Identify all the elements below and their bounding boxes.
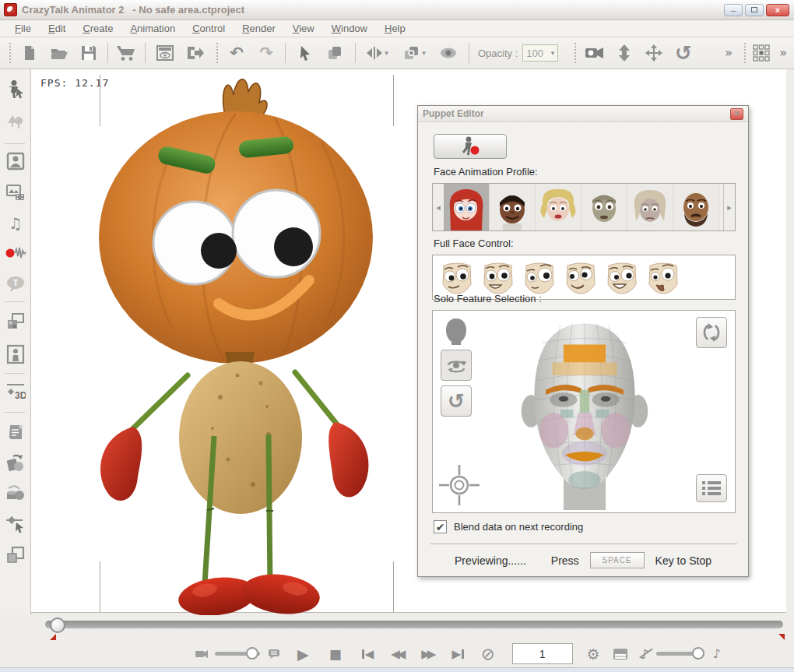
group-objects-button[interactable]: [5, 544, 26, 566]
range-end-marker[interactable]: [778, 634, 785, 640]
composer-button[interactable]: [5, 311, 26, 332]
full-face-thumb-5[interactable]: [604, 259, 640, 295]
puppet-record-button[interactable]: [434, 134, 507, 159]
face-profile-thumb-older-woman[interactable]: [627, 184, 673, 230]
face-feature-head-model[interactable]: [503, 315, 666, 510]
solo-feature-selection-box[interactable]: ↺: [432, 310, 736, 513]
character-onion-potato[interactable]: [72, 70, 399, 615]
render-quality-button[interactable]: [613, 648, 628, 660]
range-start-marker[interactable]: [50, 634, 56, 640]
profile-scroll-left-button[interactable]: ◂: [433, 184, 444, 230]
open-project-button[interactable]: [47, 41, 72, 65]
script-button[interactable]: [5, 421, 26, 443]
transform-button[interactable]: [5, 452, 26, 474]
new-project-button[interactable]: [17, 41, 42, 65]
full-face-thumb-3[interactable]: [522, 259, 557, 295]
3d-view-button[interactable]: 3D: [5, 381, 26, 403]
face-profile-thumb-girl[interactable]: [444, 184, 490, 230]
content-store-button[interactable]: [114, 41, 139, 65]
camera-zoom-knob[interactable]: [246, 647, 258, 660]
undo-button[interactable]: ↶: [224, 41, 249, 65]
go-to-end-button[interactable]: ▶: [451, 647, 464, 661]
space-key-button[interactable]: SPACE: [590, 552, 645, 568]
settings-button[interactable]: ⚙: [587, 646, 600, 663]
volume-slider[interactable]: [656, 652, 704, 656]
face-profile-thumb-bearded-man[interactable]: [673, 184, 719, 230]
flip-horizontal-button[interactable]: ▾: [361, 41, 392, 65]
menu-control[interactable]: Control: [184, 21, 234, 36]
face-profile-thumb-blonde-woman[interactable]: [536, 184, 581, 230]
head-portrait-button[interactable]: [5, 150, 26, 172]
mute-button[interactable]: ♪: [641, 646, 649, 662]
loop-toggle-button[interactable]: ⊘: [481, 645, 495, 663]
menu-animation[interactable]: Animation: [121, 21, 184, 36]
music-button[interactable]: ♫: [5, 213, 26, 234]
toolbar-separator: [145, 43, 146, 63]
key-editor-button[interactable]: [5, 513, 26, 535]
menu-help[interactable]: Help: [376, 21, 414, 36]
profile-scroll-right-button[interactable]: ▸: [724, 184, 735, 230]
menu-file[interactable]: File: [6, 21, 40, 36]
full-face-thumb-1[interactable]: [439, 259, 475, 295]
frame-number-input[interactable]: [512, 643, 573, 664]
redo-button[interactable]: ↷: [254, 41, 279, 65]
layout-grid-button[interactable]: [749, 41, 774, 65]
text-to-speech-button[interactable]: T: [5, 273, 26, 295]
full-face-thumb-2[interactable]: [480, 259, 516, 295]
save-project-button[interactable]: [76, 41, 101, 65]
open-folder-icon: [50, 44, 69, 62]
toolbar-overflow-button[interactable]: »: [719, 41, 738, 65]
preview-button[interactable]: [153, 41, 177, 65]
opacity-dropdown[interactable]: 100 ▾: [522, 44, 558, 62]
go-to-start-button[interactable]: ◀: [362, 647, 374, 661]
move-vertical-button[interactable]: [612, 41, 637, 65]
menu-edit[interactable]: Edit: [40, 21, 74, 36]
blend-data-checkbox-row[interactable]: ✔ Blend data on next recording: [434, 520, 583, 533]
link-objects-button[interactable]: ▾: [399, 41, 430, 65]
swap-profile-button[interactable]: [696, 317, 727, 348]
crosshair-icon[interactable]: [437, 463, 481, 507]
timeline-playhead-knob[interactable]: [50, 617, 65, 633]
volume-knob[interactable]: [692, 647, 704, 660]
full-face-thumb-4[interactable]: [563, 259, 599, 295]
camera-zoom-slider[interactable]: [215, 652, 260, 656]
panel-overflow-button[interactable]: »: [774, 41, 792, 65]
duplicate-button[interactable]: [322, 41, 347, 65]
camera-view-button[interactable]: [582, 41, 607, 65]
rotate-3d-button[interactable]: [441, 350, 472, 381]
prop-motion-button[interactable]: [5, 482, 26, 504]
stage-mode-button[interactable]: [5, 343, 26, 365]
select-tool-button[interactable]: [293, 41, 318, 65]
close-button[interactable]: ×: [766, 4, 789, 16]
timeline-track[interactable]: [45, 621, 783, 628]
full-face-thumb-6[interactable]: [645, 259, 681, 295]
maximize-button[interactable]: [745, 4, 764, 16]
actor-tool-button[interactable]: [5, 79, 26, 100]
blend-data-checkbox[interactable]: ✔: [434, 520, 447, 533]
menu-create[interactable]: Create: [74, 21, 121, 36]
play-button[interactable]: ▶: [297, 646, 309, 663]
media-library-button[interactable]: [5, 181, 26, 203]
menu-view[interactable]: View: [284, 21, 323, 36]
stop-button[interactable]: ■: [329, 646, 342, 662]
rotate-tool-button[interactable]: ↺: [671, 41, 696, 65]
menu-render[interactable]: Render: [234, 21, 284, 36]
scene-tool-button[interactable]: [5, 112, 26, 134]
puppet-editor-close-button[interactable]: ×: [730, 108, 743, 120]
caption-bubble-icon[interactable]: [268, 649, 280, 659]
fast-forward-button[interactable]: ▶▶: [421, 647, 433, 661]
visibility-button[interactable]: [436, 41, 461, 65]
face-profile-thumb-man[interactable]: [581, 184, 627, 230]
menu-window[interactable]: Window: [323, 21, 376, 36]
minimize-button[interactable]: –: [724, 4, 743, 16]
export-button[interactable]: [182, 41, 207, 65]
feature-list-button[interactable]: [696, 474, 727, 502]
move-tool-button[interactable]: [641, 41, 666, 65]
toolbar-drag-handle[interactable]: [9, 43, 11, 63]
record-voice-button[interactable]: [5, 242, 26, 264]
puppet-editor-titlebar[interactable]: Puppet Editor ×: [418, 106, 748, 122]
rewind-button[interactable]: ◀◀: [391, 647, 402, 661]
reset-rotation-button[interactable]: ↺: [441, 385, 472, 417]
face-profile-thumb-boy[interactable]: [490, 184, 536, 230]
camera-zoom-out-icon[interactable]: [195, 649, 209, 660]
